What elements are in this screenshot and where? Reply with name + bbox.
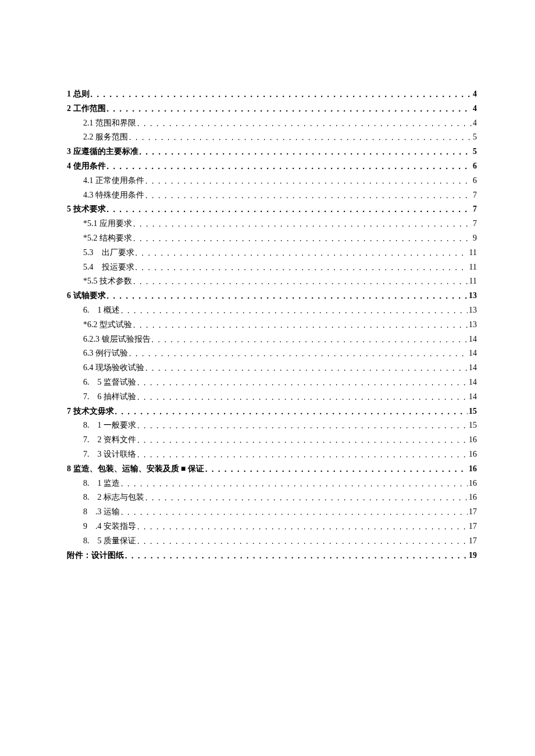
toc-entry: 8. 2 标志与包装. . . . . . . . . . . . . . . … [67, 490, 477, 504]
toc-entry: 5.4 投运要求. . . . . . . . . . . . . . . . … [67, 260, 477, 274]
toc-entry-label: 4.1 正常使用条件 [83, 174, 144, 188]
toc-entry: *5.1 应用要求. . . . . . . . . . . . . . . .… [67, 217, 477, 231]
toc-entry: 2 工作范围. . . . . . . . . . . . . . . . . … [67, 102, 477, 116]
toc-entry-label: 4.3 特殊使用条件 [83, 188, 144, 202]
toc-leader-dots: . . . . . . . . . . . . . . . . . . . . … [129, 347, 468, 361]
toc-entry-page: 7 [473, 217, 477, 231]
toc-entry-label: 5.4 投运要求 [83, 260, 134, 274]
toc-entry: *5.2 结构要求. . . . . . . . . . . . . . . .… [67, 231, 477, 245]
toc-entry-label: 2 工作范围 [67, 102, 106, 116]
toc-entry-label: *5.5 技术参数 [83, 274, 132, 288]
toc-entry-label: 6.3 例行试验 [83, 346, 128, 360]
toc-entry-page: 7 [473, 202, 477, 216]
toc-entry-page: 16 [469, 447, 477, 461]
toc-entry-label: 9 .4 安装指导 [83, 519, 136, 533]
toc-entry-page: 16 [469, 462, 477, 476]
toc-entry: 6.3 例行试验. . . . . . . . . . . . . . . . … [67, 346, 477, 360]
toc-leader-dots: . . . . . . . . . . . . . . . . . . . . … [137, 117, 472, 131]
toc-entry: 1 总则. . . . . . . . . . . . . . . . . . … [67, 87, 477, 101]
toc-entry: 附件：设计图纸. . . . . . . . . . . . . . . . .… [67, 549, 477, 562]
toc-entry-label: 1 总则 [67, 87, 90, 101]
toc-leader-dots: . . . . . . . . . . . . . . . . . . . . … [137, 390, 468, 404]
toc-leader-dots: . . . . . . . . . . . . . . . . . . . . … [133, 318, 468, 332]
toc-entry-label: 8 监造、包装、运输、安装及质 ■ 保证 [67, 462, 204, 476]
toc-entry: 5 技术要求. . . . . . . . . . . . . . . . . … [67, 202, 477, 216]
toc-entry-label: 6.2.3 镀层试验报告 [83, 332, 151, 346]
toc-entry: 8. 1 监造. . . . . . . . . . . . . . . . .… [67, 476, 477, 490]
toc-entry-page: 14 [469, 361, 477, 375]
toc-entry-page: 9 [473, 231, 477, 245]
toc-entry: 6.4 现场验收试验. . . . . . . . . . . . . . . … [67, 361, 477, 375]
toc-entry-label: 7. 3 设计联络 [83, 447, 136, 461]
toc-leader-dots: . . . . . . . . . . . . . . . . . . . . … [115, 405, 468, 419]
toc-entry-page: 14 [469, 332, 477, 346]
toc-leader-dots: . . . . . . . . . . . . . . . . . . . . … [145, 491, 468, 505]
toc-entry: 3 应遵循的主要标准. . . . . . . . . . . . . . . … [67, 145, 477, 159]
toc-leader-dots: . . . . . . . . . . . . . . . . . . . . … [137, 448, 468, 462]
toc-leader-dots: . . . . . . . . . . . . . . . . . . . . … [129, 131, 472, 145]
toc-entry-page: 17 [469, 534, 477, 548]
toc-entry-label: 附件：设计图纸 [67, 549, 124, 562]
toc-entry-page: 13 [469, 303, 477, 317]
toc-leader-dots: . . . . . . . . . . . . . . . . . . . . … [91, 88, 472, 102]
toc-entry-label: 6. 5 监督试验 [83, 375, 136, 389]
toc-entry-page: 6 [473, 174, 477, 188]
table-of-contents: 1 总则. . . . . . . . . . . . . . . . . . … [67, 87, 477, 562]
toc-entry: 8. 5 质量保证. . . . . . . . . . . . . . . .… [67, 534, 477, 548]
toc-entry-page: 19 [469, 549, 477, 562]
toc-entry-label: 4 使用条件 [67, 159, 106, 173]
toc-entry-label: 5.3 出厂要求 [83, 246, 134, 260]
toc-leader-dots: . . . . . . . . . . . . . . . . . . . . … [121, 477, 468, 491]
toc-leader-dots: . . . . . . . . . . . . . . . . . . . . … [135, 246, 468, 260]
toc-entry: 7. 2 资料文件. . . . . . . . . . . . . . . .… [67, 433, 477, 447]
toc-entry-label: 6.4 现场验收试验 [83, 361, 144, 375]
toc-entry-page: 4 [473, 116, 477, 130]
toc-leader-dots: . . . . . . . . . . . . . . . . . . . . … [137, 376, 468, 390]
toc-entry-page: 15 [469, 404, 477, 418]
toc-entry-label: 6 试轴要求 [67, 289, 106, 303]
toc-entry: 8 监造、包装、运输、安装及质 ■ 保证. . . . . . . . . . … [67, 462, 477, 476]
toc-entry-page: 4 [473, 87, 477, 101]
toc-entry-page: 14 [469, 346, 477, 360]
toc-leader-dots: . . . . . . . . . . . . . . . . . . . . … [145, 174, 472, 188]
toc-entry-page: 16 [469, 433, 477, 447]
toc-entry-page: 17 [469, 505, 477, 519]
toc-entry: 2.1 范围和界限. . . . . . . . . . . . . . . .… [67, 116, 477, 130]
toc-entry-page: 17 [469, 519, 477, 533]
toc-entry: 7. 6 抽样试验. . . . . . . . . . . . . . . .… [67, 390, 477, 404]
toc-entry-page: 11 [469, 246, 477, 260]
toc-leader-dots: . . . . . . . . . . . . . . . . . . . . … [135, 261, 468, 275]
toc-entry-page: 16 [469, 490, 477, 504]
toc-entry: *5.5 技术参数. . . . . . . . . . . . . . . .… [67, 274, 477, 288]
toc-entry-page: 15 [469, 418, 477, 432]
toc-leader-dots: . . . . . . . . . . . . . . . . . . . . … [107, 203, 472, 217]
toc-entry-label: *5.2 结构要求 [83, 231, 132, 245]
toc-entry-label: *5.1 应用要求 [83, 217, 132, 231]
toc-entry-label: *6.2 型式试验 [83, 318, 132, 332]
toc-entry: 8. 1 一般要求. . . . . . . . . . . . . . . .… [67, 418, 477, 432]
toc-leader-dots: . . . . . . . . . . . . . . . . . . . . … [205, 463, 468, 476]
toc-entry-label: 3 应遵循的主要标准 [67, 145, 138, 159]
toc-leader-dots: . . . . . . . . . . . . . . . . . . . . … [107, 102, 472, 116]
toc-entry-page: 11 [469, 274, 477, 288]
toc-leader-dots: . . . . . . . . . . . . . . . . . . . . … [137, 419, 468, 433]
toc-entry: *6.2 型式试验. . . . . . . . . . . . . . . .… [67, 318, 477, 332]
toc-leader-dots: . . . . . . . . . . . . . . . . . . . . … [137, 520, 468, 534]
toc-entry-label: 7. 6 抽样试验 [83, 390, 136, 404]
toc-entry-label: 2.2 服务范围 [83, 130, 128, 144]
toc-entry: 4.1 正常使用条件. . . . . . . . . . . . . . . … [67, 174, 477, 188]
toc-entry-page: 16 [469, 476, 477, 490]
toc-entry-page: 11 [469, 260, 477, 274]
toc-entry-label: 7. 2 资料文件 [83, 433, 136, 447]
toc-entry-label: 8. 1 监造 [83, 476, 120, 490]
toc-entry: 6. 5 监督试验. . . . . . . . . . . . . . . .… [67, 375, 477, 389]
toc-leader-dots: . . . . . . . . . . . . . . . . . . . . … [152, 333, 468, 347]
toc-entry: 9 .4 安装指导. . . . . . . . . . . . . . . .… [67, 519, 477, 533]
toc-entry: 5.3 出厂要求. . . . . . . . . . . . . . . . … [67, 246, 477, 260]
toc-entry-page: 5 [473, 145, 477, 159]
toc-leader-dots: . . . . . . . . . . . . . . . . . . . . … [107, 160, 472, 174]
toc-leader-dots: . . . . . . . . . . . . . . . . . . . . … [107, 289, 468, 303]
toc-entry-page: 14 [469, 375, 477, 389]
toc-entry-label: 6. 1 概述 [83, 303, 120, 317]
toc-entry-page: 5 [473, 130, 477, 144]
